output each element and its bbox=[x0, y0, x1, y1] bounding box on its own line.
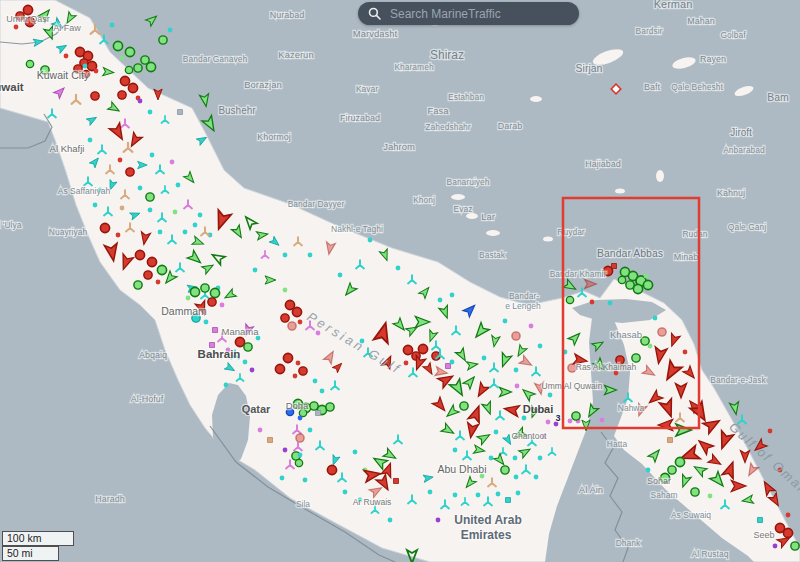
ship-marker[interactable] bbox=[566, 296, 573, 303]
ship-marker[interactable] bbox=[186, 296, 191, 301]
ship-marker[interactable] bbox=[26, 60, 33, 67]
ship-marker[interactable] bbox=[113, 41, 122, 50]
ship-marker[interactable] bbox=[120, 56, 125, 61]
ship-marker[interactable] bbox=[368, 238, 373, 243]
ship-marker[interactable] bbox=[126, 168, 134, 176]
ship-marker[interactable] bbox=[668, 466, 676, 474]
ship-marker[interactable] bbox=[170, 160, 175, 165]
ship-marker[interactable] bbox=[418, 344, 427, 353]
ship-marker[interactable] bbox=[327, 465, 336, 474]
ship-marker[interactable] bbox=[138, 186, 143, 191]
ship-marker[interactable] bbox=[298, 320, 303, 325]
ship-marker[interactable] bbox=[404, 361, 409, 366]
ship-marker[interactable] bbox=[791, 542, 799, 550]
ship-marker[interactable] bbox=[646, 468, 651, 473]
ship-marker[interactable] bbox=[253, 268, 258, 273]
ship-marker[interactable] bbox=[298, 416, 303, 421]
ship-marker[interactable] bbox=[64, 54, 69, 59]
ship-marker[interactable] bbox=[134, 64, 142, 72]
ship-marker[interactable] bbox=[618, 276, 625, 283]
ship-marker[interactable] bbox=[394, 479, 399, 484]
ship-marker[interactable] bbox=[514, 368, 519, 373]
ship-marker[interactable] bbox=[275, 364, 284, 373]
ship-marker[interactable] bbox=[503, 319, 508, 324]
search-bar[interactable] bbox=[358, 2, 579, 25]
ship-marker[interactable] bbox=[658, 328, 666, 336]
ship-marker[interactable] bbox=[116, 233, 121, 238]
ship-marker[interactable] bbox=[258, 428, 263, 433]
search-input[interactable] bbox=[388, 6, 569, 22]
ship-marker[interactable] bbox=[157, 265, 166, 274]
ship-marker[interactable] bbox=[590, 300, 595, 305]
ship-marker[interactable] bbox=[296, 361, 301, 366]
ship-marker[interactable] bbox=[296, 434, 304, 442]
ship-marker[interactable] bbox=[293, 374, 298, 379]
ship-marker[interactable] bbox=[146, 193, 154, 201]
ship-marker[interactable] bbox=[204, 320, 209, 325]
ship-marker[interactable] bbox=[453, 448, 458, 453]
ship-marker[interactable] bbox=[506, 498, 511, 503]
ship-marker[interactable] bbox=[403, 345, 412, 354]
ship-marker[interactable] bbox=[125, 47, 134, 56]
ship-marker[interactable] bbox=[768, 429, 773, 434]
ship-marker[interactable] bbox=[388, 518, 393, 523]
ship-marker[interactable] bbox=[633, 284, 642, 293]
ship-marker[interactable] bbox=[183, 230, 188, 235]
ship-marker[interactable] bbox=[758, 518, 763, 523]
ship-marker[interactable] bbox=[210, 343, 215, 348]
ship-marker[interactable] bbox=[198, 213, 203, 218]
ship-marker[interactable] bbox=[303, 478, 308, 483]
ship-marker[interactable] bbox=[546, 420, 551, 425]
ship-marker[interactable] bbox=[244, 343, 252, 351]
ship-marker[interactable] bbox=[320, 389, 325, 394]
ship-marker[interactable] bbox=[118, 158, 123, 163]
ship-marker[interactable] bbox=[100, 223, 109, 232]
ship-marker[interactable] bbox=[213, 328, 218, 333]
ship-marker[interactable] bbox=[144, 271, 152, 279]
ship-marker[interactable] bbox=[150, 153, 155, 158]
ship-marker[interactable] bbox=[476, 493, 481, 498]
ship-marker[interactable] bbox=[156, 280, 161, 285]
ship-marker[interactable] bbox=[158, 230, 163, 235]
ship-marker[interactable] bbox=[298, 453, 303, 458]
ship-marker[interactable] bbox=[208, 298, 216, 306]
ship-marker[interactable] bbox=[128, 83, 137, 92]
ship-marker[interactable] bbox=[428, 490, 433, 495]
ship-marker[interactable] bbox=[288, 322, 296, 330]
ship-marker[interactable] bbox=[295, 459, 302, 466]
ship-marker[interactable] bbox=[210, 288, 219, 297]
ship-marker[interactable] bbox=[612, 264, 617, 269]
ship-marker[interactable] bbox=[691, 488, 699, 496]
ship-marker[interactable] bbox=[250, 368, 255, 373]
ship-marker[interactable] bbox=[568, 419, 573, 424]
ship-marker[interactable] bbox=[243, 360, 248, 365]
ship-marker[interactable] bbox=[176, 183, 181, 188]
ship-marker[interactable] bbox=[147, 257, 156, 266]
ship-marker[interactable] bbox=[83, 64, 88, 69]
ship-marker[interactable] bbox=[643, 280, 652, 289]
ship-marker[interactable] bbox=[326, 403, 334, 411]
ship-marker[interactable] bbox=[159, 36, 167, 44]
ship-marker[interactable] bbox=[513, 456, 518, 461]
ship-marker[interactable] bbox=[148, 110, 153, 115]
ship-marker[interactable] bbox=[299, 367, 307, 375]
ship-marker[interactable] bbox=[283, 448, 288, 453]
ship-marker[interactable] bbox=[515, 384, 520, 389]
ship-marker[interactable] bbox=[178, 110, 183, 115]
ship-marker[interactable] bbox=[438, 298, 443, 303]
ship-marker[interactable] bbox=[118, 91, 126, 99]
ship-marker[interactable] bbox=[120, 206, 125, 211]
ship-marker[interactable] bbox=[308, 253, 313, 258]
ship-marker[interactable] bbox=[489, 456, 494, 461]
ship-marker[interactable] bbox=[283, 288, 288, 293]
ship-marker[interactable] bbox=[460, 402, 468, 410]
ship-marker[interactable] bbox=[93, 203, 98, 208]
ship-marker[interactable] bbox=[608, 301, 613, 306]
ship-marker[interactable] bbox=[343, 490, 348, 495]
ship-marker[interactable] bbox=[120, 76, 129, 85]
map[interactable]: Umm QasrAl FawKuwait CityKuwaitNurabadMa… bbox=[0, 0, 800, 562]
ship-marker[interactable] bbox=[91, 92, 99, 100]
ship-marker[interactable] bbox=[529, 324, 534, 329]
ship-marker[interactable] bbox=[786, 513, 791, 518]
ship-marker[interactable] bbox=[338, 273, 343, 278]
